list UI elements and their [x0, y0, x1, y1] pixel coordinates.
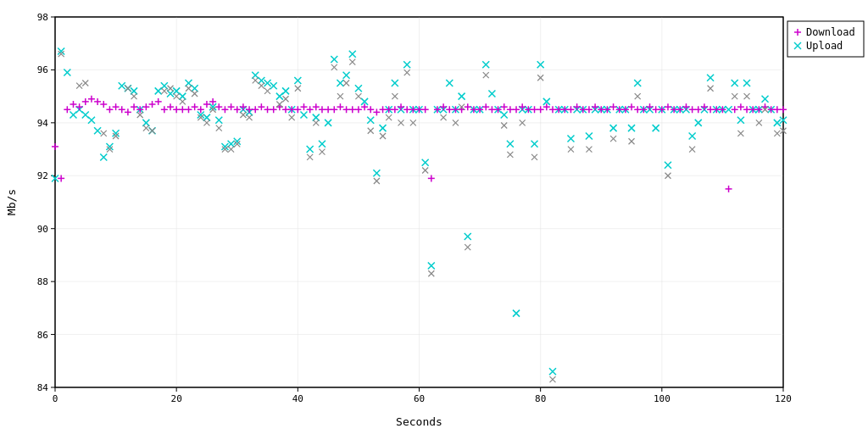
svg-text:20: 20 [171, 393, 182, 404]
svg-text:98: 98 [37, 12, 48, 23]
svg-text:Download: Download [806, 26, 855, 38]
svg-text:0: 0 [53, 393, 58, 404]
svg-text:Upload: Upload [806, 40, 843, 52]
svg-text:90: 90 [37, 224, 48, 235]
svg-text:94: 94 [37, 118, 49, 129]
svg-text:86: 86 [37, 330, 48, 341]
svg-text:92: 92 [37, 170, 48, 181]
svg-text:80: 80 [535, 393, 546, 404]
svg-text:Mb/s: Mb/s [5, 189, 18, 215]
svg-text:88: 88 [37, 276, 48, 287]
svg-text:84: 84 [37, 382, 49, 393]
svg-text:40: 40 [292, 393, 303, 404]
svg-text:96: 96 [37, 64, 48, 75]
svg-text:120: 120 [775, 393, 792, 404]
scatter-plot: 8486889092949698020406080100120Mb/sSecon… [0, 0, 868, 434]
svg-text:60: 60 [414, 393, 425, 404]
svg-text:100: 100 [654, 393, 670, 404]
svg-text:Seconds: Seconds [396, 415, 442, 428]
chart-container: 8486889092949698020406080100120Mb/sSecon… [0, 0, 868, 434]
